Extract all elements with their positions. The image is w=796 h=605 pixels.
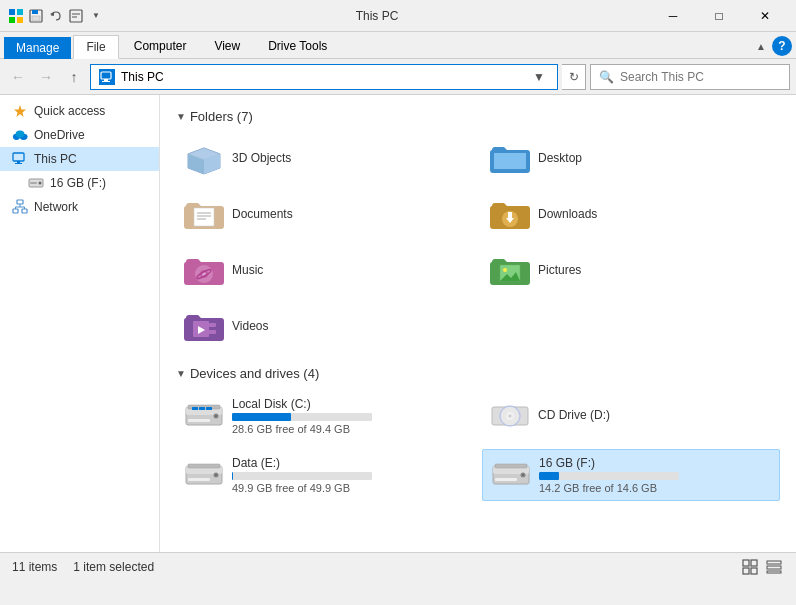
svg-point-78 <box>522 474 524 476</box>
properties-icon[interactable] <box>68 8 84 24</box>
svg-rect-3 <box>17 17 23 23</box>
dropdown-icon[interactable]: ▼ <box>88 8 104 24</box>
svg-point-61 <box>215 415 217 417</box>
device-e-space: 49.9 GB free of 49.9 GB <box>232 482 466 494</box>
svg-rect-42 <box>508 212 512 220</box>
folders-section-label: Folders (7) <box>190 109 253 124</box>
svg-rect-23 <box>30 182 37 184</box>
details-view-button[interactable] <box>764 557 784 577</box>
search-icon: 🔍 <box>599 70 614 84</box>
svg-rect-24 <box>17 200 23 204</box>
device-e-progress-bar <box>232 472 372 480</box>
device-cd-drive-d[interactable]: CD Drive (D:) <box>482 391 780 441</box>
forward-button[interactable]: → <box>34 65 58 89</box>
tab-manage[interactable]: Manage <box>4 37 71 59</box>
title-bar-title: This PC <box>104 9 650 23</box>
tab-computer[interactable]: Computer <box>121 34 200 58</box>
back-button[interactable]: ← <box>6 65 30 89</box>
folder-music[interactable]: Music <box>176 246 474 294</box>
save-icon[interactable] <box>28 8 44 24</box>
folder-pictures-icon <box>490 252 530 288</box>
svg-rect-84 <box>767 561 781 564</box>
large-icons-view-button[interactable] <box>740 557 760 577</box>
folder-3d-objects[interactable]: 3D Objects <box>176 134 474 182</box>
svg-rect-82 <box>743 568 749 574</box>
folders-toggle[interactable]: ▼ <box>176 111 186 122</box>
folder-videos-label: Videos <box>232 319 268 333</box>
svg-rect-86 <box>767 571 781 573</box>
refresh-button[interactable]: ↻ <box>562 64 586 90</box>
this-pc-label: This PC <box>34 152 77 166</box>
maximize-button[interactable]: □ <box>696 0 742 32</box>
address-thispc-icon <box>99 69 115 85</box>
sidebar-item-quick-access[interactable]: Quick access <box>0 99 159 123</box>
svg-point-17 <box>16 131 25 138</box>
device-d-info: CD Drive (D:) <box>538 408 772 424</box>
folder-music-icon <box>184 252 224 288</box>
devices-toggle[interactable]: ▼ <box>176 368 186 379</box>
cddrive-icon <box>490 398 530 434</box>
address-path: This PC <box>121 70 164 84</box>
svg-rect-2 <box>9 17 15 23</box>
address-input[interactable]: This PC ▼ <box>90 64 558 90</box>
folder-videos[interactable]: Videos <box>176 302 474 350</box>
device-f-progress-fill <box>539 472 559 480</box>
device-16gb-f[interactable]: 16 GB (F:) 14.2 GB free of 14.6 GB <box>482 449 780 501</box>
close-button[interactable]: ✕ <box>742 0 788 32</box>
ribbon-collapse-icon[interactable]: ▲ <box>750 41 772 52</box>
tab-view[interactable]: View <box>201 34 253 58</box>
svg-rect-11 <box>101 72 111 79</box>
network-label: Network <box>34 200 78 214</box>
svg-rect-18 <box>13 153 24 161</box>
sidebar-item-network[interactable]: Network <box>0 195 159 219</box>
sidebar-item-this-pc[interactable]: This PC <box>0 147 159 171</box>
svg-rect-35 <box>494 153 526 169</box>
device-e-progress-fill <box>232 472 233 480</box>
svg-rect-73 <box>188 478 210 481</box>
device-e-info: Data (E:) 49.9 GB free of 49.9 GB <box>232 456 466 494</box>
sidebar-item-16gb[interactable]: 16 GB (F:) <box>0 171 159 195</box>
minimize-button[interactable]: ─ <box>650 0 696 32</box>
folder-3d-label: 3D Objects <box>232 151 291 165</box>
search-input[interactable] <box>620 70 760 84</box>
svg-point-66 <box>509 415 512 418</box>
folder-downloads[interactable]: Downloads <box>482 190 780 238</box>
device-data-e[interactable]: Data (E:) 49.9 GB free of 49.9 GB <box>176 449 474 501</box>
svg-rect-85 <box>767 566 781 569</box>
device-c-name: Local Disk (C:) <box>232 397 466 411</box>
device-c-space: 28.6 GB free of 49.4 GB <box>232 423 466 435</box>
devices-section-header: ▼ Devices and drives (4) <box>176 366 780 381</box>
folder-pictures[interactable]: Pictures <box>482 246 780 294</box>
tab-file[interactable]: File <box>73 35 118 59</box>
address-dropdown-icon[interactable]: ▼ <box>529 70 549 84</box>
svg-rect-36 <box>194 208 214 226</box>
folder-downloads-icon <box>490 196 530 232</box>
up-button[interactable]: ↑ <box>62 65 86 89</box>
svg-rect-0 <box>9 9 15 15</box>
svg-rect-6 <box>32 16 40 21</box>
help-icon[interactable]: ? <box>772 36 792 56</box>
device-local-disk-c[interactable]: Local Disk (C:) 28.6 GB free of 49.4 GB <box>176 391 474 441</box>
sidebar: Quick access OneDrive This PC <box>0 95 160 552</box>
onedrive-label: OneDrive <box>34 128 85 142</box>
onedrive-icon <box>12 127 28 143</box>
search-box[interactable]: 🔍 <box>590 64 790 90</box>
folder-documents[interactable]: Documents <box>176 190 474 238</box>
svg-rect-58 <box>199 407 205 410</box>
folder-desktop-label: Desktop <box>538 151 582 165</box>
tab-drivetools[interactable]: Drive Tools <box>255 34 340 58</box>
sidebar-item-onedrive[interactable]: OneDrive <box>0 123 159 147</box>
item-count: 11 items <box>12 560 57 574</box>
harddrive-c-icon <box>184 398 224 434</box>
folders-section-header: ▼ Folders (7) <box>176 109 780 124</box>
folder-desktop-icon <box>490 140 530 176</box>
undo-icon[interactable] <box>48 8 64 24</box>
folder-desktop[interactable]: Desktop <box>482 134 780 182</box>
harddrive-e-icon <box>184 457 224 493</box>
view-controls <box>740 557 784 577</box>
device-f-space: 14.2 GB free of 14.6 GB <box>539 482 771 494</box>
device-f-progress-bar <box>539 472 679 480</box>
svg-rect-79 <box>495 478 517 481</box>
svg-rect-52 <box>209 330 216 334</box>
content-area: ▼ Folders (7) 3D Objects <box>160 95 796 552</box>
